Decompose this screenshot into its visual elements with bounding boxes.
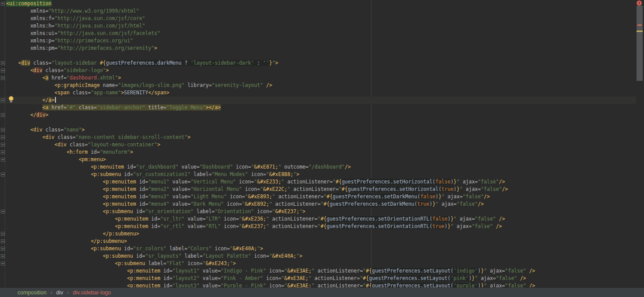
code-line[interactable]: <p:graphicImage name="images/logo-slim.p… — [0, 82, 636, 89]
code-line[interactable]: <p:submenu id="sr_colors" label="Colors"… — [0, 245, 636, 252]
code-lines[interactable]: <ui:composition xmlns="http://www.w3.org… — [0, 0, 636, 287]
code-line[interactable]: </a> — [0, 97, 636, 104]
code-line[interactable]: <p:menuitem id="sr_rtl" value="RTL" icon… — [0, 223, 636, 230]
code-line[interactable]: <div class="nano"> — [0, 126, 636, 134]
code-line[interactable]: <p:submenu label="Flat" icon="&#xE243;"> — [0, 260, 636, 267]
code-token: <p:menuitem — [103, 179, 136, 185]
code-token: icon= — [254, 208, 272, 214]
fold-marker-icon[interactable] — [1, 173, 5, 176]
code-token: "layout-menu-container" — [88, 142, 157, 148]
code-token: "layout1" — [172, 268, 200, 274]
code-token: > — [106, 67, 109, 73]
code-line[interactable]: <p:submenu id="sr_customization1" label=… — [0, 171, 636, 178]
code-token: </p:submenu> — [91, 238, 127, 244]
intention-bulb-icon[interactable] — [8, 96, 14, 104]
code-token: <p:submenu — [91, 171, 121, 177]
code-token: " — [257, 245, 260, 252]
code-line[interactable]: <a href="#" class="sidebar-anchor" title… — [0, 104, 636, 111]
code-token: <p:menuitem — [127, 275, 160, 281]
fold-marker-icon[interactable] — [1, 113, 5, 117]
code-line[interactable] — [0, 119, 636, 126]
code-line[interactable]: <pm:menu> — [0, 156, 636, 163]
fold-marker-icon[interactable] — [1, 150, 5, 154]
code-token: "sr_layouts" — [145, 253, 182, 259]
code-line[interactable]: <p:menuitem id="menu1" value="Vertical M… — [0, 178, 636, 186]
code-line[interactable]: <p:menuitem id="sr_dashboard" value="Das… — [0, 163, 636, 171]
code-line[interactable]: xmlns:p="http://primefaces.org/ui" — [0, 37, 636, 45]
code-token: "http://primefaces.org/ui" — [55, 38, 133, 44]
fold-marker-icon[interactable] — [1, 158, 5, 162]
code-line[interactable]: <p:menuitem id="menu4" value="Dark Menu"… — [0, 200, 636, 208]
code-token: <p:menuitem — [103, 186, 136, 192]
code-token: ajax= — [487, 268, 505, 274]
fold-marker-icon[interactable] — [1, 2, 5, 6]
code-line[interactable]: <div class="layout-sidebar #{guestPrefer… — [0, 59, 636, 67]
code-line[interactable]: <ui:composition — [0, 0, 636, 7]
code-token: xmlns:f= — [30, 15, 54, 21]
code-token: " — [484, 283, 487, 287]
code-token: value= — [185, 216, 206, 222]
code-line[interactable]: <div class="layout-menu-container"> — [0, 141, 636, 148]
code-line[interactable]: <a href="dashboard.xhtml"> — [0, 74, 636, 82]
code-token: 'indigo' — [454, 268, 478, 274]
breadcrumb-item-div[interactable]: div — [56, 290, 63, 296]
code-line[interactable]: <div class="sidebar-logo"> — [0, 67, 636, 74]
code-token: <p:menuitem — [103, 201, 136, 207]
code-token: " — [281, 275, 284, 281]
code-token: " — [300, 208, 303, 214]
fold-marker-icon[interactable] — [1, 98, 5, 102]
breadcrumb-item-composition[interactable]: composition — [17, 290, 47, 296]
code-line[interactable]: xmlns:h="http://java.sun.com/jsf/html" — [0, 22, 636, 30]
code-line[interactable]: <span class="app-name">SERENITY</span> — [0, 89, 636, 97]
code-line[interactable]: <p:menuitem id="menu2" value="Horizontal… — [0, 186, 636, 193]
code-token: "http://www.w3.org/1999/xhtml" — [48, 8, 139, 14]
fold-marker-icon[interactable] — [1, 210, 5, 214]
code-line[interactable]: </p:submenu> — [0, 238, 636, 245]
code-token: <p:submenu — [103, 253, 133, 259]
code-line[interactable]: </div> — [0, 111, 636, 119]
code-editor[interactable]: <ui:composition xmlns="http://www.w3.org… — [0, 0, 644, 287]
code-line[interactable]: <p:submenu id="sr_orientation" label="Or… — [0, 208, 636, 215]
analysis-stripe-marker[interactable] — [637, 24, 642, 26]
fold-marker-icon[interactable] — [1, 232, 5, 236]
code-token: &#xE3AE; — [284, 275, 308, 281]
breadcrumb-item-div-sidebar-logo[interactable]: div.sidebar-logo — [73, 290, 111, 296]
fold-marker-icon[interactable] — [1, 76, 5, 80]
fold-marker-icon[interactable] — [1, 143, 5, 147]
code-line[interactable]: xmlns="http://www.w3.org/1999/xhtml" — [0, 7, 636, 15]
code-line[interactable]: <div class="nano-content sidebar-scroll-… — [0, 134, 636, 141]
code-token: ajax= — [444, 193, 463, 200]
analysis-stripe-marker[interactable] — [637, 31, 643, 32]
code-line[interactable]: xmlns:pm="http://primefaces.org/serenity… — [0, 45, 636, 52]
code-token: #{ — [320, 216, 327, 222]
fold-marker-icon[interactable] — [1, 135, 5, 139]
code-line[interactable]: xmlns:ui="http://java.sun.com/jsf/facele… — [0, 30, 636, 37]
code-line[interactable]: <p:menuitem id="layout3" value="Purple -… — [0, 282, 636, 287]
fold-marker-icon[interactable] — [1, 262, 5, 266]
fold-marker-icon[interactable] — [1, 254, 5, 258]
code-token: "menu4" — [148, 201, 169, 207]
code-line[interactable]: <p:menuitem id="layout1" value="Indigo -… — [0, 267, 636, 275]
scrollbar-thumb[interactable] — [637, 6, 643, 81]
editor-scrollbar[interactable] — [637, 0, 643, 287]
code-line[interactable] — [0, 52, 636, 59]
code-line[interactable]: <p:submenu id="sr_layouts" label="Layout… — [0, 252, 636, 260]
code-line[interactable]: </p:submenu> — [0, 230, 636, 238]
fold-marker-icon[interactable] — [1, 239, 5, 243]
code-line[interactable]: xmlns:f="http://java.sun.com/jsf/core" — [0, 15, 636, 22]
fold-marker-icon[interactable] — [1, 69, 5, 73]
errors-found-icon[interactable]: ! — [637, 0, 642, 6]
code-line[interactable]: <h:form id="menuform"> — [0, 148, 636, 156]
fold-marker-icon[interactable] — [1, 247, 5, 251]
code-token: : — [254, 60, 263, 66]
code-line[interactable]: <p:menuitem id="menu3" value="Light Menu… — [0, 193, 636, 200]
code-token: "false" — [505, 268, 526, 274]
fold-marker-icon[interactable] — [1, 128, 5, 132]
code-line[interactable]: <p:menuitem id="layout2" value="Pink - A… — [0, 275, 636, 282]
fold-marker-icon[interactable] — [1, 61, 5, 65]
code-line[interactable]: <p:menuitem id="sr_ltr" value="LTR" icon… — [0, 215, 636, 223]
code-token: <p:menuitem — [103, 193, 136, 200]
code-token: actionListener= — [311, 275, 360, 281]
code-token: &#xE8B8; — [269, 171, 293, 177]
code-token: "/dashboard" — [308, 164, 344, 170]
